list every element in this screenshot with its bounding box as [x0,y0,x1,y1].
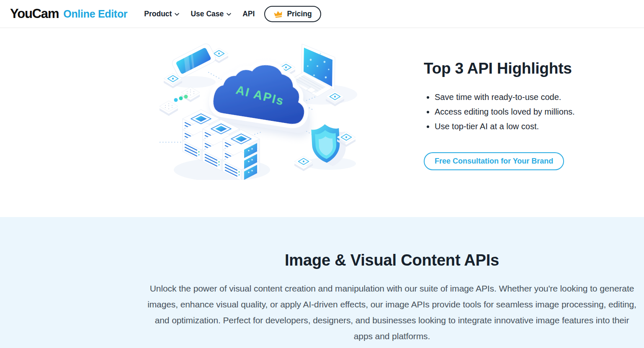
crown-icon [273,10,283,18]
hero-title: Top 3 API Highlights [424,60,625,77]
nav-item-label: API [242,10,255,18]
phone-illustration [171,42,217,79]
top-nav-bar: YouCam Online Editor Product Use Case AP… [0,0,644,28]
api-cloud-illustration: AI APIs [159,37,368,180]
dot-tile-icon [160,101,178,116]
nav-item-label: Product [144,10,172,18]
hero-bullet: Save time with ready-to-use code. [435,90,625,105]
nav-item-product[interactable]: Product [144,10,179,18]
hero-bullet: Access editing tools loved by millions. [435,105,625,119]
nav-item-use-case[interactable]: Use Case [191,10,231,18]
hero-bullet-list: Save time with ready-to-use code. Access… [424,90,625,134]
free-consultation-button[interactable]: Free Consultation for Your Brand [424,152,564,170]
cta-row: Free Consultation for Your Brand [424,152,625,170]
youcam-api-landing-page: YouCam Online Editor Product Use Case AP… [0,0,644,348]
nav-item-label: Use Case [191,10,224,18]
section-title: Image & Visual Content APIs [0,251,644,269]
pricing-label: Pricing [287,10,312,18]
image-apis-inner: Image & Visual Content APIs Unlock the p… [0,217,644,344]
chevron-down-icon [175,13,179,16]
nav-item-api[interactable]: API [242,10,255,18]
image-apis-section: Image & Visual Content APIs Unlock the p… [0,217,644,348]
main-nav: Product Use Case API Pricing [144,6,321,22]
youcam-logo[interactable]: YouCam Online Editor [10,6,127,21]
chevron-down-icon [227,13,231,16]
section-description: Unlock the power of visual content creat… [146,281,638,344]
hero-copy: Top 3 API Highlights Save time with read… [424,60,625,170]
hero-bullet: Use top-tier AI at a low cost. [435,119,625,134]
logo-product-name: Online Editor [63,8,127,20]
progress-dots [174,95,188,102]
dot-tile-icon [181,87,200,102]
hero-section: AI APIs [0,28,644,217]
pricing-button[interactable]: Pricing [264,6,321,22]
logo-wordmark: YouCam [10,6,59,21]
